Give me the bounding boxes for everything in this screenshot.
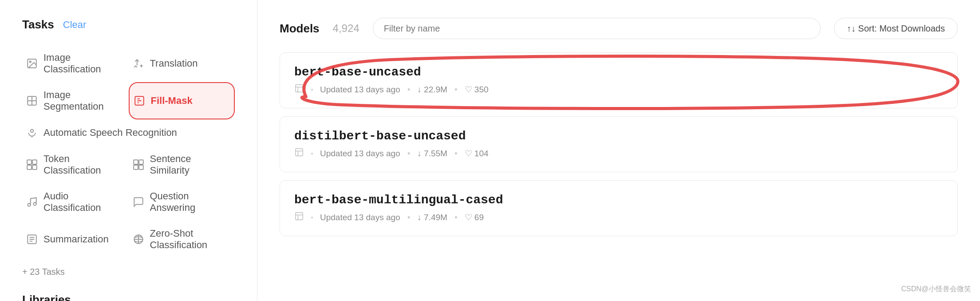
sort-button[interactable]: ↑↓ Sort: Most Downloads [834,18,958,39]
model-likes-bert: ♡ 350 [465,84,489,95]
models-header: Models 4,924 ↑↓ Sort: Most Downloads [280,18,958,39]
model-name-bert-base-uncased: bert-base-uncased [294,65,943,79]
meta-dot-3 [311,217,313,218]
models-title: Models [280,22,320,36]
task-token-classification[interactable]: Token Classification [22,146,129,183]
model-updated-bert-multilingual: Updated 13 days ago [320,213,400,222]
task-label-summarization: Summarization [43,234,109,245]
model-icon-bert-multilingual [294,211,304,223]
model-updated-bert: Updated 13 days ago [320,85,400,95]
model-likes-bert-multilingual: ♡ 69 [465,212,484,222]
tasks-grid: Image Classification Translation [22,45,235,258]
filter-input[interactable] [373,18,821,39]
task-summarization[interactable]: Summarization [22,221,129,258]
model-downloads-distilbert: ↓ 7.55M [417,149,447,158]
sidebar-title: Tasks [22,18,54,32]
task-image-segmentation[interactable]: Image Segmentation [22,82,129,119]
more-tasks[interactable]: + 23 Tasks [22,267,235,277]
svg-rect-32 [296,213,303,220]
task-label-image-segmentation: Image Segmentation [43,89,125,112]
audio-classification-icon [26,196,38,208]
model-name-bert-multilingual: bert-base-multilingual-cased [294,193,943,207]
model-card-bert-multilingual[interactable]: bert-base-multilingual-cased Updated 13 … [280,180,958,236]
image-classification-icon [26,57,38,70]
page-container: Tasks Clear Image Classification [0,0,980,301]
model-cards-wrapper: bert-base-uncased Updated 13 days ago • … [280,52,958,236]
model-name-distilbert: distilbert-base-uncased [294,129,943,143]
task-label-question-answering: Question Answering [150,190,232,214]
task-label-fill-mask: Fill-Mask [151,95,193,107]
libraries-header: Libraries [22,293,235,301]
task-sentence-similarity[interactable]: Sentence Similarity [129,146,235,183]
model-downloads-bert-multilingual: ↓ 7.49M [417,213,447,222]
task-question-answering[interactable]: Question Answering [129,183,235,221]
asr-icon [26,127,38,139]
svg-point-17 [28,203,31,206]
svg-point-18 [33,202,36,206]
svg-rect-10 [27,165,32,170]
model-meta-distilbert: Updated 13 days ago • ↓ 7.55M • ♡ 104 [294,147,943,159]
task-zero-shot[interactable]: Zero-Shot Classification [129,221,235,258]
clear-button[interactable]: Clear [63,19,87,31]
task-label-image-classification: Image Classification [43,52,125,75]
svg-rect-15 [139,165,143,170]
task-translation[interactable]: Translation [129,45,235,82]
task-asr[interactable]: Automatic Speech Recognition [22,119,235,146]
model-icon-distilbert [294,147,304,159]
model-likes-distilbert: ♡ 104 [465,148,489,158]
svg-rect-26 [296,85,303,92]
svg-rect-9 [32,160,37,164]
question-answering-icon [132,196,145,208]
task-label-asr: Automatic Speech Recognition [43,127,177,139]
summarization-icon [26,233,38,246]
svg-rect-13 [139,160,143,164]
image-segmentation-icon [26,95,38,107]
sentence-similarity-icon [132,158,145,171]
model-updated-distilbert: Updated 13 days ago [320,149,400,158]
models-count: 4,924 [333,22,360,35]
svg-point-1 [30,61,31,63]
task-label-audio-classification: Audio Classification [43,190,125,214]
model-card-bert-base-uncased[interactable]: bert-base-uncased Updated 13 days ago • … [280,52,958,108]
meta-dot-2 [311,153,313,154]
model-meta-bert-multilingual: Updated 13 days ago • ↓ 7.49M • ♡ 69 [294,211,943,223]
model-card-distilbert[interactable]: distilbert-base-uncased Updated 13 days … [280,116,958,172]
meta-dot-1 [311,89,313,91]
task-image-classification[interactable]: Image Classification [22,45,129,82]
model-downloads-bert: ↓ 22.9M [417,85,447,95]
sidebar-header: Tasks Clear [22,18,235,32]
svg-rect-11 [32,165,37,170]
svg-rect-14 [134,165,138,170]
fill-mask-icon [133,95,146,107]
svg-rect-8 [27,160,32,164]
task-label-zero-shot: Zero-Shot Classification [150,228,232,251]
main-content: Models 4,924 ↑↓ Sort: Most Downloads ber… [257,0,980,301]
task-label-translation: Translation [150,58,198,69]
svg-point-6 [31,129,34,132]
task-fill-mask[interactable]: Fill-Mask [129,82,235,119]
zero-shot-icon [132,233,145,246]
model-meta-bert-base-uncased: Updated 13 days ago • ↓ 22.9M • ♡ 350 [294,83,943,95]
svg-rect-29 [296,149,303,156]
svg-rect-12 [134,160,138,164]
task-label-token-classification: Token Classification [43,153,125,176]
translation-icon [132,57,145,70]
watermark: CSDN@小怪兽会微笑 [901,285,971,294]
token-classification-icon [26,158,38,171]
task-audio-classification[interactable]: Audio Classification [22,183,129,221]
sidebar: Tasks Clear Image Classification [0,0,257,301]
task-label-sentence-similarity: Sentence Similarity [150,153,232,176]
model-icon-bert [294,83,304,95]
